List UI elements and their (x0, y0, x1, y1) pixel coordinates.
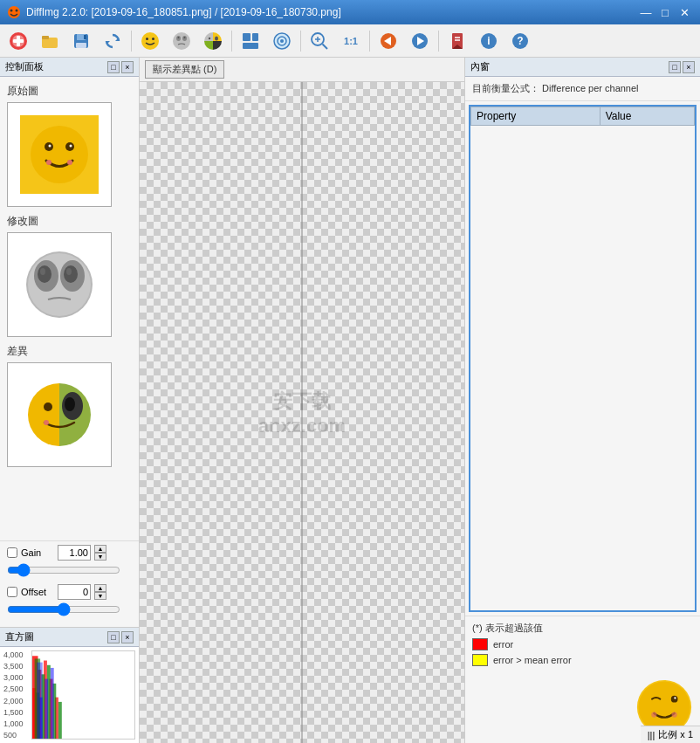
svg-rect-84 (51, 668, 54, 739)
modified-label: 修改圖 (7, 214, 132, 229)
svg-rect-25 (243, 33, 250, 41)
svg-line-32 (323, 44, 328, 49)
offset-slider[interactable] (7, 603, 120, 616)
info-btn[interactable]: i (474, 28, 504, 54)
histogram-panel: 直方圖 □ × 4,000 3,500 3,000 2,500 2,000 1,… (0, 627, 139, 743)
histogram-inner: 4,000 3,500 3,000 2,500 2,000 1,500 1,00… (3, 650, 135, 740)
toolbar: 1:1 i ? (0, 24, 700, 58)
title-bar: DiffImg 2.2.0: [2019-09-16_180851.png] /… (0, 0, 700, 24)
help-btn[interactable]: ? (505, 28, 535, 54)
legend-error-row: error (472, 638, 693, 650)
right-panel-close-btn[interactable]: × (683, 61, 695, 73)
gain-up-btn[interactable]: ▲ (94, 545, 106, 553)
thumbnails-section: 原始圖 修改圖 (0, 77, 139, 540)
legend-section: (*) 表示超過該值 error error > mean error (465, 616, 700, 671)
folder-btn[interactable] (35, 28, 65, 54)
gain-slider[interactable] (7, 564, 120, 576)
property-table-container: Property Value (469, 105, 697, 612)
main-layout: 控制面板 □ × 原始圖 (0, 58, 700, 743)
open-btn[interactable] (3, 28, 33, 54)
diff-toolbar: 顯示差異點 (D) (140, 58, 464, 82)
panel-restore-btn[interactable]: □ (107, 61, 120, 73)
svg-point-90 (671, 696, 678, 703)
svg-point-68 (44, 402, 52, 411)
histogram-btns[interactable]: □ × (107, 631, 134, 643)
right-panel-btns[interactable]: □ × (669, 61, 695, 73)
gain-down-btn[interactable]: ▼ (94, 553, 106, 561)
histogram-close-btn[interactable]: × (121, 631, 134, 643)
refresh-btn[interactable] (98, 28, 127, 54)
svg-point-55 (67, 160, 72, 165)
center-line (302, 82, 303, 743)
maximize-btn[interactable]: □ (656, 4, 674, 20)
bookmark-btn[interactable] (443, 28, 472, 54)
show-diff-btn[interactable]: 顯示差異點 (D) (145, 60, 224, 79)
original-thumb (7, 102, 112, 207)
svg-point-1 (10, 10, 13, 12)
diff-image (20, 375, 99, 454)
gain-label: Gain (21, 547, 54, 558)
histogram-bars (31, 650, 135, 740)
right-panel-restore-btn[interactable]: □ (669, 61, 681, 73)
y-label-7: 1,000 (3, 719, 30, 728)
svg-point-52 (49, 145, 51, 148)
svg-point-49 (31, 126, 88, 183)
close-btn[interactable]: ✕ (676, 4, 693, 20)
svg-rect-11 (76, 43, 86, 48)
title-bar-buttons[interactable]: — □ ✕ (637, 4, 693, 20)
svg-point-70 (65, 397, 75, 411)
svg-rect-81 (58, 702, 62, 739)
y-label-6: 1,500 (3, 708, 30, 717)
right-panel-title: 內窗 (470, 60, 490, 73)
svg-rect-26 (252, 33, 258, 41)
zoom-in-btn[interactable] (305, 28, 334, 54)
offset-down-btn[interactable]: ▼ (94, 592, 106, 600)
sep4 (369, 31, 370, 52)
svg-point-93 (672, 712, 677, 717)
svg-text:i: i (487, 35, 490, 47)
smiley2-btn[interactable] (167, 28, 196, 54)
prev-btn[interactable] (374, 28, 403, 54)
next-btn[interactable] (405, 28, 435, 54)
gain-slider-row (7, 564, 132, 579)
gain-input[interactable] (58, 545, 91, 561)
histogram-restore-btn[interactable]: □ (107, 631, 120, 643)
formula-value: Difference per channel (542, 83, 638, 93)
offset-label: Offset (21, 587, 54, 597)
target-btn[interactable] (267, 28, 297, 54)
controls-section: Gain ▲ ▼ Offset ▲ ▼ (0, 540, 139, 627)
svg-rect-27 (243, 43, 258, 49)
offset-up-btn[interactable]: ▲ (94, 584, 106, 592)
status-ratio-label: 比例 x 1 (658, 728, 693, 741)
svg-point-30 (280, 39, 284, 43)
panel-close-btn[interactable]: × (121, 61, 134, 73)
svg-text:?: ? (517, 35, 523, 47)
property-table: Property Value (470, 107, 695, 126)
svg-point-24 (215, 36, 218, 40)
mean-error-color-swatch (472, 654, 488, 666)
offset-spinner[interactable]: ▲ ▼ (94, 584, 106, 600)
left-panel: 控制面板 □ × 原始圖 (0, 58, 140, 743)
gain-checkbox[interactable] (7, 547, 17, 558)
title-bar-title: DiffImg 2.2.0: [2019-09-16_180851.png] /… (26, 6, 341, 18)
center-area: 顯示差異點 (D) 安下载anxz.com (140, 58, 464, 743)
svg-point-16 (146, 38, 148, 40)
smiley1-btn[interactable] (135, 28, 165, 54)
save-btn[interactable] (66, 28, 96, 54)
zoom-fit-btn[interactable]: 1:1 (336, 28, 366, 54)
layout-btn[interactable] (236, 28, 265, 54)
offset-checkbox[interactable] (7, 587, 17, 597)
gain-spinner[interactable]: ▲ ▼ (94, 545, 106, 561)
svg-point-63 (66, 268, 72, 275)
original-image (20, 115, 99, 194)
svg-point-60 (38, 265, 51, 283)
offset-input[interactable] (58, 584, 91, 600)
formula-row: 目前衡量公式： Difference per channel (465, 77, 700, 101)
smiley3-btn[interactable] (198, 28, 228, 54)
modified-image (20, 245, 99, 324)
svg-point-0 (8, 6, 20, 18)
svg-rect-83 (45, 679, 48, 739)
svg-rect-6 (13, 39, 24, 43)
minimize-btn[interactable]: — (637, 4, 655, 20)
panel-header-btns[interactable]: □ × (107, 61, 134, 73)
